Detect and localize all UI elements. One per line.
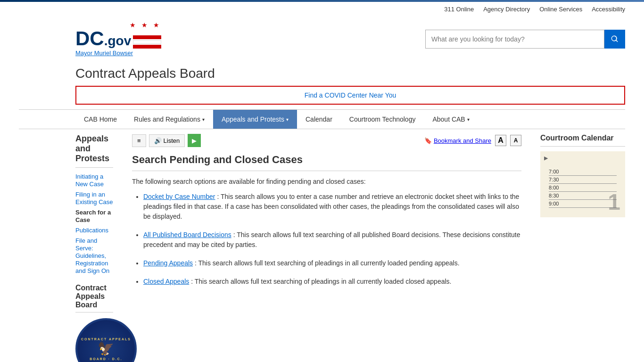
list-item: Publications — [75, 226, 113, 234]
content-list: Docket by Case Number : This search allo… — [132, 192, 521, 287]
right-sidebar: Courtroom Calendar ▶ 7:00 7:30 8:00 8:30… — [531, 134, 625, 362]
font-size-small-button[interactable]: A — [510, 135, 521, 146]
calendar-label: ▶ — [544, 155, 621, 161]
search-bar — [425, 30, 625, 49]
sidebar-item-file-serve[interactable]: File and Serve: Guidelines, Registration… — [75, 237, 109, 274]
list-item: Search for a Case — [75, 208, 113, 223]
sidebar-section-title: Contract Appeals Board — [75, 284, 113, 313]
search-button[interactable] — [604, 30, 625, 49]
bookmark-share: 🔖 Bookmark and Share — [424, 137, 491, 144]
list-icon: ≡ — [137, 137, 141, 144]
utility-link-online-services[interactable]: Online Services — [539, 6, 582, 13]
utility-link-accessibility[interactable]: Accessibility — [592, 6, 625, 13]
sidebar-item-publications[interactable]: Publications — [75, 227, 108, 234]
search-input[interactable] — [425, 30, 604, 49]
listen-button[interactable]: 🔊 Listen — [149, 134, 185, 147]
search-icon — [611, 35, 619, 43]
docket-case-number-link[interactable]: Docket by Case Number — [143, 193, 215, 200]
chevron-down-icon: ▾ — [286, 117, 289, 122]
sidebar-nav: Initiating a New Case Filing in an Exist… — [75, 173, 113, 274]
content-toolbar: ≡ 🔊 Listen ▶ 🔖 Bookmark and Share A A — [132, 134, 521, 147]
calendar-time-row: 7:00 — [549, 168, 617, 176]
left-sidebar: Appeals and Protests Initiating a New Ca… — [19, 134, 123, 362]
mayor-link[interactable]: Mayor Muriel Bowser — [75, 49, 133, 57]
covid-banner: Find a COVID Center Near You — [75, 86, 625, 105]
calendar-time-row: 8:00 — [549, 184, 617, 192]
content-title: Search Pending and Closed Cases — [132, 154, 521, 171]
sidebar-title: Appeals and Protests — [75, 134, 113, 168]
pending-appeals-description: : This search allows full text searching… — [195, 259, 460, 267]
closed-appeals-link[interactable]: Closed Appeals — [143, 278, 189, 285]
page-title: Contract Appeals Board — [75, 66, 625, 81]
list-item: All Published Board Decisions : This sea… — [143, 230, 521, 250]
nav-item-appeals[interactable]: Appeals and Protests ▾ — [213, 110, 297, 129]
nav-item-calendar[interactable]: Calendar — [297, 110, 341, 129]
list-item: Filing in an Existing Case — [75, 190, 113, 206]
flag-stripe-2 — [133, 40, 161, 44]
bookmark-share-link[interactable]: Bookmark and Share — [434, 137, 491, 144]
list-item: File and Serve: Guidelines, Registration… — [75, 237, 113, 274]
cab-eagle-icon: 🦅 — [81, 341, 131, 356]
logo-dc: DC — [75, 29, 104, 49]
closed-appeals-description: : This search allows full text searching… — [191, 278, 451, 285]
sidebar-item-search[interactable]: Search for a Case — [75, 209, 111, 223]
content-area: ≡ 🔊 Listen ▶ 🔖 Bookmark and Share A A — [123, 134, 531, 362]
cab-text-top: CONTRACT APPEALS — [81, 337, 131, 341]
cab-text-bottom: BOARD · D.C. — [81, 357, 131, 361]
play-button[interactable]: ▶ — [188, 134, 201, 147]
play-icon: ▶ — [192, 137, 197, 144]
sidebar-item-initiating[interactable]: Initiating a New Case — [75, 173, 104, 188]
calendar-time-row: 8:30 — [549, 192, 617, 200]
list-item: Initiating a New Case — [75, 173, 113, 188]
sidebar-item-filing[interactable]: Filing in an Existing Case — [75, 191, 113, 206]
nav-item-cab-home[interactable]: CAB Home — [75, 110, 125, 129]
logo-area: ★ ★ ★ DC .gov Mayor Muriel Bowser — [75, 21, 161, 57]
nav-item-rules[interactable]: Rules and Regulations ▾ — [125, 110, 213, 129]
courtroom-calendar-title: Courtroom Calendar — [540, 134, 625, 147]
content-intro: The following search options are availab… — [132, 178, 521, 185]
logo: ★ ★ ★ DC .gov — [75, 21, 161, 49]
flag-stripe-3 — [133, 45, 161, 49]
nav-item-about-cab[interactable]: About CAB ▾ — [424, 110, 478, 129]
cab-logo-inner: CONTRACT APPEALS 🦅 BOARD · D.C. — [81, 337, 131, 361]
main-nav: CAB Home Rules and Regulations ▾ Appeals… — [19, 109, 625, 129]
list-item: Pending Appeals : This search allows ful… — [143, 258, 521, 268]
utility-link-311[interactable]: 311 Online — [444, 6, 474, 13]
logo-gov: .gov — [104, 33, 132, 49]
nav-item-courtroom-tech[interactable]: Courtroom Technology — [341, 110, 424, 129]
calendar-day-number: 1 — [608, 189, 620, 215]
font-size-large-button[interactable]: A — [495, 135, 506, 146]
calendar-time-row: 9:00 — [549, 200, 617, 208]
list-item: Closed Appeals : This search allows full… — [143, 277, 521, 287]
main-layout: Appeals and Protests Initiating a New Ca… — [0, 134, 644, 362]
flag-stripe-1 — [133, 35, 161, 39]
pending-appeals-link[interactable]: Pending Appeals — [143, 259, 193, 267]
published-decisions-link[interactable]: All Published Board Decisions — [143, 231, 231, 239]
page-title-bar: Contract Appeals Board — [0, 61, 644, 86]
text-view-button[interactable]: ≡ — [132, 134, 146, 147]
listen-label: Listen — [164, 137, 180, 144]
list-item: Docket by Case Number : This search allo… — [143, 192, 521, 222]
logo-flag — [133, 35, 161, 49]
utility-bar: 311 Online Agency Directory Online Servi… — [0, 2, 644, 16]
utility-link-agency[interactable]: Agency Directory — [483, 6, 530, 13]
chevron-down-icon: ▾ — [467, 117, 470, 122]
header: ★ ★ ★ DC .gov Mayor Muriel Bowser — [0, 16, 644, 61]
calendar-time-row: 7:30 — [549, 176, 617, 184]
toolbar-right: 🔖 Bookmark and Share A A — [424, 135, 521, 146]
bookmark-icon: 🔖 — [424, 137, 432, 144]
courtroom-calendar-image: ▶ 7:00 7:30 8:00 8:30 9:00 1 — [540, 151, 625, 217]
logo-stars: ★ ★ ★ — [130, 21, 161, 29]
chevron-down-icon: ▾ — [202, 117, 205, 122]
toolbar-left: ≡ 🔊 Listen ▶ — [132, 134, 201, 147]
covid-banner-link[interactable]: Find a COVID Center Near You — [305, 91, 396, 99]
speaker-icon: 🔊 — [154, 137, 162, 144]
